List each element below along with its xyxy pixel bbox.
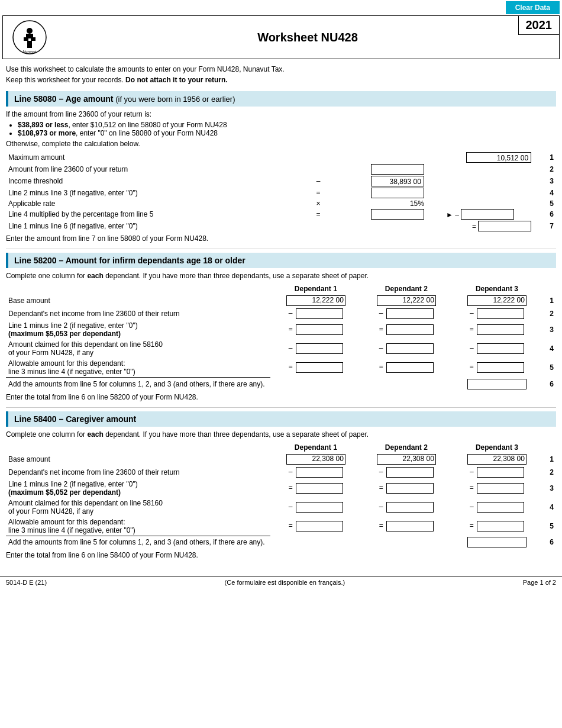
age-row1-label: Maximum amount: [6, 152, 309, 163]
infirm-row-2: Dependant's net income from line 23600 o…: [6, 307, 556, 320]
caregiver-th-dep3: Dependant 3: [451, 442, 542, 453]
age-row3-input[interactable]: 38,893 00: [371, 176, 424, 186]
caregiver-row2-dep2: –: [361, 466, 451, 479]
infirm-row4-dep3-input[interactable]: [477, 343, 524, 354]
age-row2-label: Amount from line 23600 of your return: [6, 163, 309, 175]
infirm-row3-label: Line 1 minus line 2 (if negative, enter …: [6, 320, 270, 339]
infirm-row4-dep2-input[interactable]: [386, 343, 434, 354]
age-row4-label: Line 2 minus line 3 (if negative, enter …: [6, 187, 309, 199]
age-row1-val: [328, 152, 427, 163]
infirm-th-label: [6, 284, 270, 294]
caregiver-th-dep1: Dependant 1: [270, 442, 361, 453]
caregiver-row5-dep3-input[interactable]: [477, 521, 524, 531]
infirm-row5-dep3: =: [451, 358, 542, 378]
caregiver-row-3: Line 1 minus line 2 (if negative, enter …: [6, 479, 556, 498]
infirm-row1-dep2-input[interactable]: 12,222 00: [377, 295, 436, 306]
infirm-row2-num: 2: [542, 307, 556, 320]
infirm-row3-dep3: =: [451, 320, 542, 339]
section-caregiver-header: Line 58400 – Caregiver amount: [6, 411, 556, 427]
infirm-row1-dep2: 12,222 00: [361, 294, 451, 307]
caregiver-row2-dep1-input[interactable]: [296, 467, 343, 478]
caregiver-row2-dep2-input[interactable]: [386, 467, 434, 478]
age-row-6: Line 4 multiplied by the percentage from…: [6, 208, 556, 220]
infirm-row3-num: 3: [542, 320, 556, 339]
caregiver-row4-dep1-input[interactable]: [296, 502, 343, 513]
infirm-row-4: Amount claimed for this dependant on lin…: [6, 339, 556, 358]
age-row7-input[interactable]: [478, 221, 531, 231]
infirm-row4-dep1-input[interactable]: [296, 343, 343, 354]
infirm-th-dep3: Dependant 3: [451, 284, 542, 294]
age-row1-input[interactable]: 10,512 00: [466, 152, 531, 163]
age-row5-label: Applicable rate: [6, 199, 309, 208]
caregiver-row6-total-input[interactable]: [467, 537, 527, 547]
infirm-row5-dep1-input[interactable]: [296, 362, 343, 373]
infirm-row2-dep3-input[interactable]: [477, 308, 524, 319]
infirm-row2-dep1-input[interactable]: [296, 308, 343, 319]
infirm-row5-dep3-input[interactable]: [477, 362, 524, 373]
caregiver-row3-dep1: =: [270, 479, 361, 498]
caregiver-row1-dep1-input[interactable]: 22,308 00: [286, 454, 345, 465]
infirm-row6-total-input[interactable]: [467, 379, 527, 389]
age-row-2: Amount from line 23600 of your return 2: [6, 163, 556, 175]
age-row3-val: 38,893 00: [328, 175, 427, 187]
infirm-row2-dep2: –: [361, 307, 451, 320]
caregiver-row1-num: 1: [542, 453, 556, 466]
caregiver-row5-dep1: =: [270, 517, 361, 536]
caregiver-th-dep2: Dependant 2: [361, 442, 451, 453]
caregiver-row5-dep1-input[interactable]: [296, 521, 343, 531]
infirm-row2-dep2-input[interactable]: [386, 308, 434, 319]
caregiver-row3-dep2-input[interactable]: [386, 483, 434, 494]
age-row5-op: ×: [309, 199, 328, 208]
infirm-row1-dep1-input[interactable]: 12,222 00: [286, 295, 345, 306]
logo-area: Nunavut: [9, 20, 50, 55]
age-row1-box: 10,512 00: [427, 152, 534, 163]
caregiver-row3-dep1-input[interactable]: [296, 483, 343, 494]
age-row6-right-input[interactable]: [461, 209, 514, 220]
caregiver-row-6: Add the amounts from line 5 for columns …: [6, 536, 556, 549]
infirm-row2-label: Dependant's net income from line 23600 o…: [6, 307, 270, 320]
caregiver-row1-dep2-input[interactable]: 22,308 00: [377, 454, 436, 465]
infirm-row6-total: [451, 378, 542, 391]
caregiver-row5-dep2-input[interactable]: [386, 521, 434, 531]
footer-left: 5014-D E (21): [6, 579, 47, 586]
caregiver-row-5: Allowable amount for this dependant: lin…: [6, 517, 556, 536]
infirm-row5-dep1: =: [270, 358, 361, 378]
infirm-row3-dep1: =: [270, 320, 361, 339]
infirm-row1-num: 1: [542, 294, 556, 307]
caregiver-row5-dep3: =: [451, 517, 542, 536]
caregiver-footer-note: Enter the total from line 6 on line 5840…: [6, 551, 556, 559]
caregiver-row1-dep1: 22,308 00: [270, 453, 361, 466]
infirm-row2-dep1: –: [270, 307, 361, 320]
age-row4-input[interactable]: [371, 188, 424, 198]
caregiver-row3-dep3-input[interactable]: [477, 483, 524, 494]
clear-data-button[interactable]: Clear Data: [506, 1, 560, 14]
infirm-row6-spacer: [270, 378, 451, 391]
infirm-row-6: Add the amounts from line 5 for columns …: [6, 378, 556, 391]
svg-point-5: [27, 28, 33, 34]
infirm-row3-dep1-input[interactable]: [296, 324, 343, 335]
infirm-row1-dep3-input[interactable]: 12,222 00: [467, 295, 527, 306]
infirm-th-dep1: Dependant 1: [270, 284, 361, 294]
caregiver-row2-label: Dependant's net income from line 23600 o…: [6, 466, 270, 479]
infirm-row-5: Allowable amount for this dependant: lin…: [6, 358, 556, 378]
caregiver-row3-num: 3: [542, 479, 556, 498]
caregiver-row5-label: Allowable amount for this dependant: lin…: [6, 517, 270, 536]
infirm-dep-table: Dependant 1 Dependant 2 Dependant 3 Base…: [6, 284, 556, 391]
page-title: Worksheet NU428: [62, 31, 553, 44]
caregiver-row1-dep3-input[interactable]: 22,308 00: [467, 454, 527, 465]
age-row6-input[interactable]: [371, 209, 424, 220]
caregiver-row4-dep2-input[interactable]: [386, 502, 434, 513]
infirm-row3-dep3-input[interactable]: [477, 324, 524, 335]
age-row3-right: [427, 175, 534, 187]
infirm-row5-dep2-input[interactable]: [386, 362, 434, 373]
caregiver-row4-dep3-input[interactable]: [477, 502, 524, 513]
age-row2-input[interactable]: [371, 164, 424, 175]
footer: 5014-D E (21) (Ce formulaire est disponi…: [0, 576, 562, 588]
infirm-row3-dep2-input[interactable]: [386, 324, 434, 335]
infirm-th-num: [542, 284, 556, 294]
footer-center: (Ce formulaire est disponible en françai…: [225, 579, 345, 586]
age-calc-table: Maximum amount 10,512 00 1 Amount from l…: [6, 152, 556, 232]
caregiver-row3-label: Line 1 minus line 2 (if negative, enter …: [6, 479, 270, 498]
age-row6-label: Line 4 multiplied by the percentage from…: [6, 208, 309, 220]
caregiver-row2-dep3-input[interactable]: [477, 467, 524, 478]
